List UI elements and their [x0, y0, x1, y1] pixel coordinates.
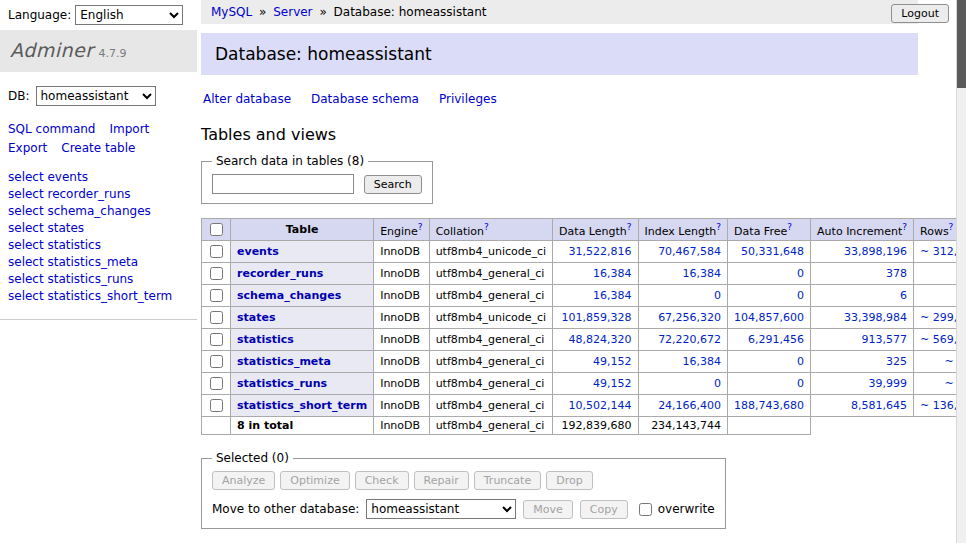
help-icon[interactable]: ? — [949, 222, 954, 232]
table-name-link[interactable]: schema_changes — [237, 289, 341, 302]
data-length-cell: 49,152 — [553, 351, 638, 373]
check-button[interactable]: Check — [355, 471, 409, 490]
total-collation: utf8mb4_general_ci — [429, 417, 552, 435]
table-name-link[interactable]: events — [237, 245, 279, 258]
table-header-row: Table Engine? Collation? Data Length? In… — [202, 219, 966, 241]
sidebar-item-select-events[interactable]: select events — [8, 169, 189, 186]
alter-database-link[interactable]: Alter database — [203, 92, 291, 106]
row-checkbox[interactable] — [210, 267, 223, 280]
data-length-cell: 16,384 — [553, 285, 638, 307]
help-icon[interactable]: ? — [716, 222, 721, 232]
collation-cell: utf8mb4_general_ci — [429, 329, 552, 351]
analyze-button[interactable]: Analyze — [212, 471, 275, 490]
logout-button[interactable]: Logout — [891, 4, 949, 23]
sidebar-link-sql-command[interactable]: SQL command — [8, 122, 95, 136]
table-name-cell: events — [231, 241, 374, 263]
page-title: Database: homeassistant — [201, 33, 918, 75]
repair-button[interactable]: Repair — [414, 471, 469, 490]
auto-increment-cell: 6 — [811, 285, 914, 307]
copy-button[interactable]: Copy — [580, 500, 628, 519]
database-schema-link[interactable]: Database schema — [311, 92, 419, 106]
column-header-data-length: Data Length? — [553, 219, 638, 241]
table-row: events InnoDB utf8mb4_unicode_ci 31,522,… — [202, 241, 966, 263]
help-icon[interactable]: ? — [627, 222, 632, 232]
data-length-cell: 101,859,328 — [553, 307, 638, 329]
optimize-button[interactable]: Optimize — [280, 471, 349, 490]
data-length-cell: 49,152 — [553, 373, 638, 395]
row-checkbox[interactable] — [210, 333, 223, 346]
total-data-free — [728, 417, 811, 435]
database-links: Alter database Database schema Privilege… — [203, 92, 916, 106]
table-name-cell: states — [231, 307, 374, 329]
help-icon[interactable]: ? — [902, 222, 907, 232]
data-free-cell: 188,743,680 — [728, 395, 811, 417]
sidebar-item-select-states[interactable]: select states — [8, 220, 189, 237]
sidebar-item-select-schema-changes[interactable]: select schema_changes — [8, 203, 189, 220]
row-checkbox[interactable] — [210, 377, 223, 390]
collation-cell: utf8mb4_unicode_ci — [429, 307, 552, 329]
collation-cell: utf8mb4_general_ci — [429, 373, 552, 395]
truncate-button[interactable]: Truncate — [474, 471, 541, 490]
table-name-cell: statistics_meta — [231, 351, 374, 373]
sidebar-link-export[interactable]: Export — [8, 141, 47, 155]
logo-bar: Adminer4.7.9 — [0, 30, 197, 72]
main-content: MySQL » Server » Database: homeassistant… — [197, 0, 966, 543]
row-checkbox[interactable] — [210, 399, 223, 412]
drop-button[interactable]: Drop — [546, 471, 592, 490]
row-checkbox[interactable] — [210, 289, 223, 302]
search-button[interactable]: Search — [364, 175, 422, 194]
db-select[interactable]: homeassistant — [36, 86, 156, 106]
table-name-cell: statistics_runs — [231, 373, 374, 395]
auto-increment-cell: 39,999 — [811, 373, 914, 395]
breadcrumb-current: Database: homeassistant — [334, 5, 487, 19]
index-length-cell: 67,256,320 — [638, 307, 728, 329]
engine-cell: InnoDB — [374, 263, 429, 285]
collation-cell: utf8mb4_general_ci — [429, 285, 552, 307]
help-icon[interactable]: ? — [787, 222, 792, 232]
help-icon[interactable]: ? — [484, 222, 489, 232]
help-icon[interactable]: ? — [418, 222, 423, 232]
sidebar-link-create-table[interactable]: Create table — [61, 141, 135, 155]
table-name-link[interactable]: statistics_runs — [237, 377, 327, 390]
row-checkbox[interactable] — [210, 311, 223, 324]
sidebar-actions: SQL commandImport ExportCreate table — [0, 110, 197, 157]
sidebar-link-import[interactable]: Import — [109, 122, 149, 136]
index-length-cell: 16,384 — [638, 263, 728, 285]
column-header-data-free: Data Free? — [728, 219, 811, 241]
overwrite-checkbox[interactable] — [639, 503, 652, 516]
table-name-link[interactable]: recorder_runs — [237, 267, 323, 280]
select-all-checkbox[interactable] — [210, 223, 223, 236]
move-row: Move to other database: homeassistant Mo… — [212, 499, 715, 519]
sidebar-item-select-statistics-runs[interactable]: select statistics_runs — [8, 271, 189, 288]
privileges-link[interactable]: Privileges — [439, 92, 497, 106]
column-header-collation: Collation? — [429, 219, 552, 241]
table-name-link[interactable]: statistics_short_term — [237, 399, 367, 412]
table-name-link[interactable]: statistics_meta — [237, 355, 331, 368]
index-length-cell: 0 — [638, 285, 728, 307]
total-label: 8 in total — [231, 417, 374, 435]
engine-cell: InnoDB — [374, 373, 429, 395]
scrollbar-thumb[interactable] — [957, 0, 966, 88]
table-name-link[interactable]: states — [237, 311, 276, 324]
sidebar-item-select-statistics-meta[interactable]: select statistics_meta — [8, 254, 189, 271]
breadcrumb-link-server[interactable]: Server — [273, 5, 312, 19]
total-engine: InnoDB — [374, 417, 429, 435]
collation-cell: utf8mb4_unicode_ci — [429, 241, 552, 263]
move-button[interactable]: Move — [523, 500, 573, 519]
row-checkbox[interactable] — [210, 355, 223, 368]
vertical-scrollbar[interactable] — [956, 0, 966, 543]
breadcrumb-link-mysql[interactable]: MySQL — [211, 5, 252, 19]
column-header-auto-increment: Auto Increment? — [811, 219, 914, 241]
sidebar-item-select-statistics[interactable]: select statistics — [8, 237, 189, 254]
sidebar-item-select-recorder-runs[interactable]: select recorder_runs — [8, 186, 189, 203]
move-database-select[interactable]: homeassistant — [366, 499, 516, 519]
language-label: Language: — [8, 8, 71, 22]
row-checkbox[interactable] — [210, 245, 223, 258]
search-input[interactable] — [212, 174, 354, 194]
search-fieldset: Search data in tables (8) Search — [201, 154, 433, 204]
language-select[interactable]: English — [75, 5, 183, 25]
table-name-link[interactable]: statistics — [237, 333, 294, 346]
index-length-cell: 72,220,672 — [638, 329, 728, 351]
breadcrumb-separator: » — [259, 5, 266, 19]
sidebar-item-select-statistics-short-term[interactable]: select statistics_short_term — [8, 288, 189, 305]
